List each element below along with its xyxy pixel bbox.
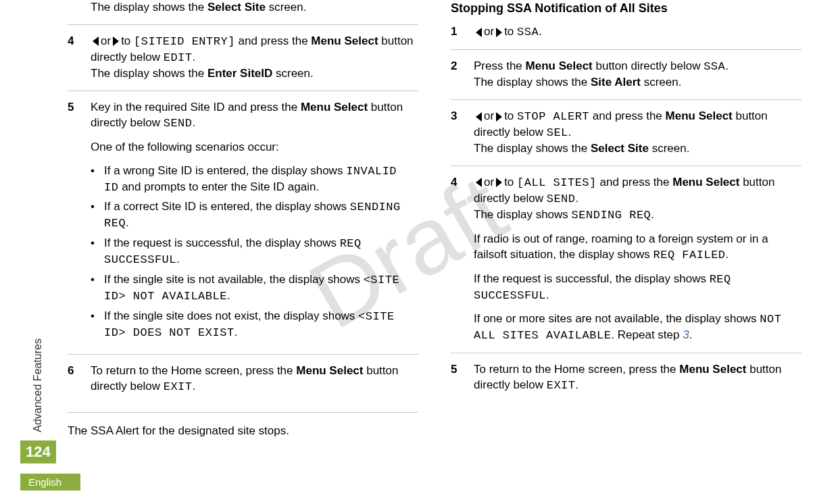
text: or bbox=[484, 176, 494, 188]
left-step-5: 5 Key in the required Site ID and press … bbox=[68, 91, 418, 354]
text: The display shows the bbox=[474, 142, 591, 155]
side-block: Advanced Features 124 bbox=[20, 338, 56, 463]
key-name: Menu Select bbox=[679, 363, 746, 376]
ui-code: [ALL SITES] bbox=[517, 176, 597, 189]
page-number: 124 bbox=[20, 440, 56, 463]
text: . bbox=[193, 116, 196, 129]
list-item: If a wrong Site ID is entered, the displ… bbox=[91, 163, 418, 196]
step-number: 5 bbox=[451, 362, 474, 394]
text: . bbox=[539, 25, 542, 38]
screen-name: Site Alert bbox=[591, 76, 641, 89]
ui-code: SSA bbox=[703, 60, 725, 73]
step-number: 3 bbox=[451, 109, 474, 157]
text: If one or more sites are not available, … bbox=[474, 312, 760, 325]
scenario-list: If a wrong Site ID is entered, the displ… bbox=[91, 163, 418, 341]
text: . bbox=[234, 326, 238, 338]
key-name: Menu Select bbox=[672, 176, 739, 188]
key-name: Menu Select bbox=[301, 101, 368, 114]
text: The display shows the bbox=[474, 76, 591, 89]
text: . bbox=[193, 380, 196, 393]
text: The display shows the bbox=[91, 1, 207, 14]
section-heading: Stopping SSA Notification of All Sites bbox=[451, 0, 801, 16]
step-number: 1 bbox=[451, 24, 474, 41]
ui-code: STOP ALERT bbox=[517, 110, 589, 123]
text: . bbox=[227, 289, 230, 302]
text: . bbox=[689, 328, 693, 341]
left-step-4: 4 orto [SITEID ENTRY] and press the Menu… bbox=[68, 24, 418, 91]
text: or bbox=[484, 25, 494, 38]
ui-code: SEL bbox=[547, 126, 568, 139]
text: and press the bbox=[589, 109, 665, 122]
text: One of the following scenarios occur: bbox=[91, 140, 418, 155]
right-step-5: 5 To return to the Home screen, press th… bbox=[451, 353, 801, 403]
nav-right-icon bbox=[496, 178, 502, 187]
ui-code: EXIT bbox=[164, 380, 193, 393]
text: If the request is successful, the displa… bbox=[104, 236, 340, 249]
right-step-2: 2 Press the Menu Select button directly … bbox=[451, 49, 801, 99]
text: . Repeat step bbox=[611, 328, 683, 341]
text: button directly below bbox=[593, 59, 703, 72]
text: To return to the Home screen, press the bbox=[91, 364, 296, 377]
text: or bbox=[101, 34, 111, 47]
screen-name: Enter SiteID bbox=[207, 67, 272, 80]
left-intro: The display shows the Select Site screen… bbox=[68, 0, 418, 24]
text: The SSA Alert for the designated site st… bbox=[68, 424, 418, 439]
text: . bbox=[576, 378, 579, 391]
ui-code: SEND bbox=[164, 117, 193, 130]
ui-code: REQ FAILED bbox=[653, 249, 726, 261]
text: . bbox=[126, 216, 129, 229]
ui-code: [SITEID ENTRY] bbox=[134, 35, 235, 48]
screen-name: Select Site bbox=[207, 1, 266, 14]
nav-right-icon bbox=[496, 112, 502, 122]
nav-right-icon bbox=[113, 36, 119, 46]
text: . bbox=[726, 248, 729, 261]
nav-left-icon bbox=[93, 36, 99, 46]
ui-code: EXIT bbox=[547, 379, 576, 392]
left-column: The display shows the Select Site screen… bbox=[68, 0, 418, 439]
right-step-4: 4 orto [ALL SITES] and press the Menu Se… bbox=[451, 166, 801, 353]
step-number: 6 bbox=[68, 363, 91, 395]
list-item: If the single site is not available, the… bbox=[91, 272, 418, 305]
section-label: Advanced Features bbox=[32, 338, 44, 432]
text: To return to the Home screen, press the bbox=[474, 363, 679, 376]
text: to bbox=[504, 176, 514, 188]
text: If a wrong Site ID is entered, the displ… bbox=[104, 164, 346, 177]
right-column: Stopping SSA Notification of All Sites 1… bbox=[451, 0, 801, 439]
text: Key in the required Site ID and press th… bbox=[91, 101, 301, 114]
text: to bbox=[504, 25, 514, 38]
text: . bbox=[176, 253, 180, 266]
list-item: If the single site does not exist, the d… bbox=[91, 309, 418, 341]
right-step-1: 1 orto SSA. bbox=[451, 24, 801, 49]
text: and prompts to enter the Site ID again. bbox=[118, 180, 319, 193]
key-name: Menu Select bbox=[296, 364, 363, 377]
language-badge: English bbox=[20, 474, 80, 490]
ui-code: SEND bbox=[547, 193, 576, 205]
step-number: 4 bbox=[68, 34, 91, 82]
content-columns: The display shows the Select Site screen… bbox=[68, 0, 801, 439]
nav-right-icon bbox=[496, 28, 502, 37]
step-number: 2 bbox=[451, 59, 474, 91]
step-number: 5 bbox=[68, 100, 91, 345]
text: . bbox=[546, 288, 549, 301]
ui-code: SSA bbox=[517, 26, 539, 39]
right-step-3: 3 orto STOP ALERT and press the Menu Sel… bbox=[451, 99, 801, 166]
left-step-6: 6 To return to the Home screen, press th… bbox=[68, 354, 418, 404]
key-name: Menu Select bbox=[526, 59, 593, 72]
nav-left-icon bbox=[476, 28, 482, 37]
text: . bbox=[725, 59, 728, 72]
text: to bbox=[504, 109, 514, 122]
left-footer-note: The SSA Alert for the designated site st… bbox=[68, 412, 418, 439]
nav-left-icon bbox=[476, 112, 482, 122]
text: If the single site is not available, the… bbox=[104, 273, 364, 286]
key-name: Menu Select bbox=[311, 34, 378, 47]
text: The display shows bbox=[474, 208, 572, 221]
ui-code: SENDING REQ bbox=[572, 209, 651, 222]
screen-name: Select Site bbox=[591, 142, 649, 155]
text: If the request is successful, the displa… bbox=[474, 272, 710, 285]
step-link[interactable]: 3 bbox=[683, 328, 689, 341]
text: . bbox=[568, 126, 572, 138]
ui-code: EDIT bbox=[164, 51, 193, 64]
step-number: 4 bbox=[451, 175, 474, 344]
text: to bbox=[121, 34, 130, 47]
text: . bbox=[576, 192, 579, 205]
